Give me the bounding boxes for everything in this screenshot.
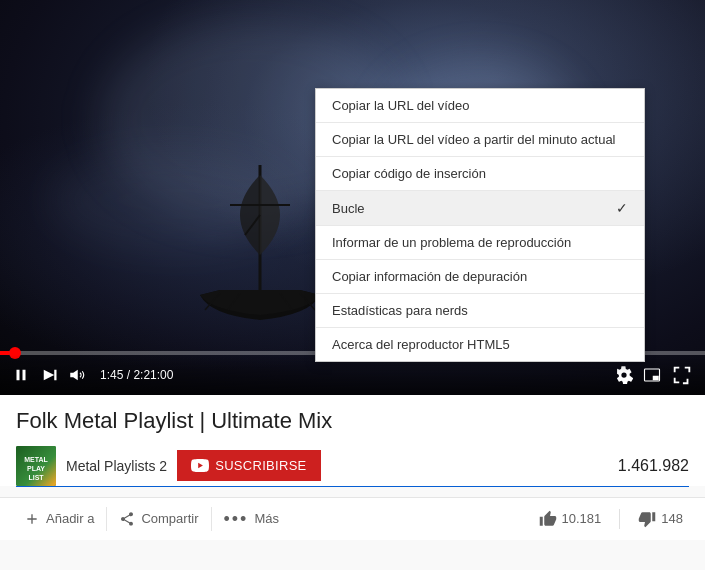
play-pause-button[interactable] [12,366,30,384]
video-title: Folk Metal Playlist | Ultimate Mix [16,407,689,436]
like-button[interactable]: 10.181 [533,506,608,532]
svg-text:PLAY: PLAY [27,465,45,472]
svg-rect-7 [17,370,20,381]
svg-rect-8 [23,370,26,381]
action-divider-2 [211,507,212,531]
subscribe-button[interactable]: Suscribirse [177,450,320,481]
context-menu[interactable]: Copiar la URL del vídeo Copiar la URL de… [315,88,645,362]
menu-item-report[interactable]: Informar de un problema de reproducción [316,226,644,260]
svg-text:LIST: LIST [28,474,44,481]
menu-item-copy-url-time[interactable]: Copiar la URL del vídeo a partir del min… [316,123,644,157]
menu-item-copy-embed[interactable]: Copiar código de inserción [316,157,644,191]
action-right: 10.181 148 [533,506,689,532]
menu-item-copy-url[interactable]: Copiar la URL del vídeo [316,89,644,123]
share-button[interactable]: Compartir [111,507,206,531]
action-bar: Añadir a Compartir ••• Más 10.181 148 [0,497,705,540]
youtube-icon [191,459,209,473]
views-count: 1.461.982 [618,457,689,475]
add-to-button[interactable]: Añadir a [16,507,102,531]
channel-info: Metal Playlists 2 [66,458,167,474]
channel-left: METAL PLAY LIST Metal Playlists 2 Suscri… [16,446,321,486]
controls-right [615,364,693,386]
volume-button[interactable] [68,366,86,384]
channel-avatar[interactable]: METAL PLAY LIST [16,446,56,486]
dislike-button[interactable]: 148 [632,506,689,532]
svg-marker-11 [70,370,78,381]
subscribe-label: Suscribirse [215,458,306,473]
menu-item-copy-debug[interactable]: Copiar información de depuración [316,260,644,294]
more-button[interactable]: ••• Más [216,506,287,532]
svg-text:METAL: METAL [24,456,48,463]
video-info-section: Folk Metal Playlist | Ultimate Mix [0,395,705,486]
settings-button[interactable] [615,366,633,384]
channel-name[interactable]: Metal Playlists 2 [66,458,167,474]
svg-rect-13 [653,376,659,381]
svg-rect-10 [54,370,56,381]
action-divider-1 [106,507,107,531]
menu-item-loop[interactable]: Bucle ✓ [316,191,644,226]
channel-row: METAL PLAY LIST Metal Playlists 2 Suscri… [16,446,689,486]
svg-marker-9 [44,370,55,381]
loop-checkmark: ✓ [616,200,628,216]
video-player[interactable]: Copiar la URL del vídeo Copiar la URL de… [0,0,705,395]
fullscreen-button[interactable] [671,364,693,386]
time-display: 1:45 / 2:21:00 [100,368,173,382]
like-divider [619,509,620,529]
divider-line [16,486,689,487]
menu-item-stats[interactable]: Estadísticas para nerds [316,294,644,328]
miniplayer-button[interactable] [643,366,661,384]
next-button[interactable] [40,366,58,384]
menu-item-about-html5[interactable]: Acerca del reproductor HTML5 [316,328,644,361]
